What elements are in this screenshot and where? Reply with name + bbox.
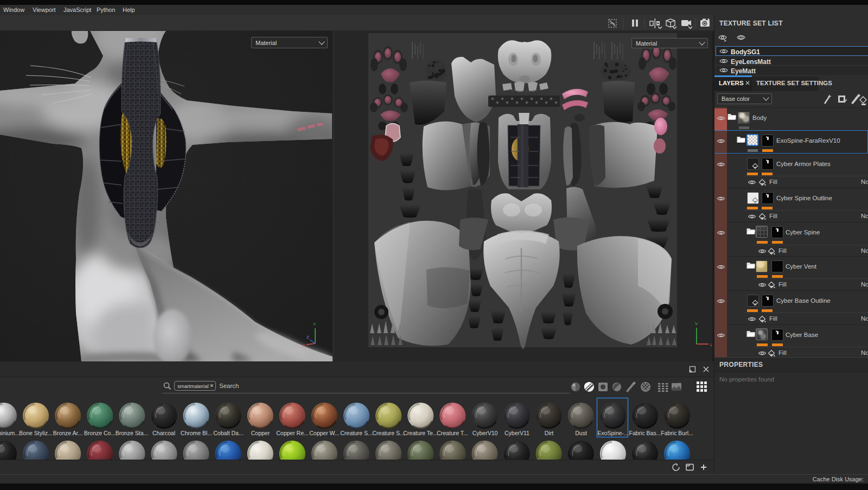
svg-text:V: V: [695, 321, 698, 326]
svg-text:Fabric Burl...: Fabric Burl...: [661, 430, 693, 436]
svg-text:ExoSpine-...: ExoSpine-...: [597, 430, 628, 436]
svg-text:CyberV10: CyberV10: [473, 430, 498, 436]
svg-text:CyberV11: CyberV11: [505, 430, 529, 436]
svg-text:Dirt: Dirt: [545, 430, 553, 436]
svg-text:Copper Re...: Copper Re...: [276, 430, 309, 436]
svg-text:Bronze Sta...: Bronze Sta...: [116, 430, 149, 436]
svg-text:Bronze Co...: Bronze Co...: [84, 430, 116, 436]
svg-text:Cobalt Da...: Cobalt Da...: [213, 430, 243, 436]
svg-text:Copper: Copper: [251, 430, 270, 436]
svg-text:Creature S...: Creature S...: [372, 430, 405, 436]
svg-text:Aluminium...: Aluminium...: [0, 430, 20, 436]
svg-text:Bone Styliz...: Bone Styliz...: [19, 430, 52, 436]
svg-text:Z: Z: [307, 335, 309, 340]
svg-text:Chrome Bl...: Chrome Bl...: [181, 430, 212, 436]
svg-text:Creature T...: Creature T...: [437, 430, 468, 436]
svg-text:Fabric Bas...: Fabric Bas...: [629, 430, 661, 436]
svg-text:Charcoal: Charcoal: [152, 430, 175, 436]
svg-text:Dust: Dust: [575, 430, 587, 436]
svg-text:Y: Y: [313, 322, 316, 327]
svg-text:Bronze Ar...: Bronze Ar...: [53, 430, 82, 436]
svg-text:X: X: [302, 343, 305, 348]
svg-text:U: U: [710, 342, 712, 347]
svg-text:Creature S...: Creature S...: [340, 430, 373, 436]
svg-text:1: 1: [740, 36, 742, 40]
svg-text:Creature Te...: Creature Te...: [403, 430, 437, 436]
svg-text:Copper W...: Copper W...: [309, 430, 339, 436]
